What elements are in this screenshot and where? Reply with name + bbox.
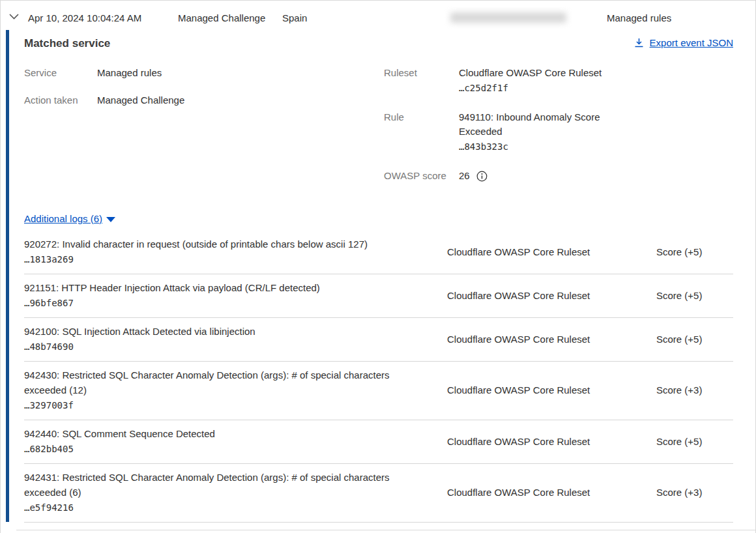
field-label: OWASP score — [384, 169, 459, 183]
log-row: 921151: HTTP Header Injection Attack via… — [24, 274, 733, 318]
event-country: Spain — [282, 12, 307, 23]
event-service: Managed rules — [607, 12, 671, 23]
ruleset-id: …c25d2f1f — [459, 80, 615, 96]
field-action-taken: Action taken Managed Challenge — [24, 93, 384, 108]
log-description: 942430: Restricted SQL Character Anomaly… — [24, 367, 425, 397]
log-score: Score (+5) — [656, 289, 733, 303]
field-label: Action taken — [24, 93, 97, 108]
log-score: Score (+3) — [656, 383, 733, 397]
info-icon[interactable] — [476, 171, 487, 182]
owasp-score-value: 26 — [459, 169, 470, 183]
rule-name: 949110: Inbound Anomaly Score Exceeded — [459, 110, 615, 139]
additional-logs-table: 920272: Invalid character in request (ou… — [24, 231, 733, 523]
export-event-json-link[interactable]: Export event JSON — [634, 37, 733, 48]
export-link-label: Export event JSON — [650, 37, 733, 48]
additional-logs-toggle[interactable]: Additional logs (6) — [24, 213, 115, 224]
log-rule-id: …682bb405 — [24, 441, 447, 457]
log-score: Score (+5) — [656, 245, 733, 259]
log-description: 942431: Restricted SQL Character Anomaly… — [24, 470, 425, 500]
additional-logs-label: Additional logs (6) — [24, 213, 102, 224]
field-rule: Rule 949110: Inbound Anomaly Score Excee… — [384, 110, 733, 154]
field-owasp-score: OWASP score 26 — [384, 169, 733, 183]
log-description: 942100: SQL Injection Attack Detected vi… — [24, 324, 425, 339]
fields-left-column: Service Managed rules Action taken Manag… — [24, 66, 384, 197]
event-action: Managed Challenge — [178, 12, 265, 23]
log-score: Score (+3) — [656, 485, 733, 500]
ruleset-name: Cloudflare OWASP Core Ruleset — [459, 66, 615, 80]
chevron-down-icon[interactable] — [9, 14, 19, 20]
log-description: 942440: SQL Comment Sequence Detected — [24, 426, 425, 441]
log-description: 920272: Invalid character in request (ou… — [24, 237, 425, 252]
redacted-value — [450, 12, 566, 23]
log-rule-id: …e5f94216 — [24, 500, 447, 515]
firewall-event-detail-panel: Apr 10, 2024 10:04:24 AM Managed Challen… — [0, 0, 756, 533]
field-ruleset: Ruleset Cloudflare OWASP Core Ruleset …c… — [384, 66, 733, 96]
log-description: 921151: HTTP Header Injection Attack via… — [24, 280, 425, 295]
log-ruleset: Cloudflare OWASP Core Ruleset — [447, 245, 656, 259]
log-rule-id: …48b74690 — [24, 339, 447, 354]
log-row: 942430: Restricted SQL Character Anomaly… — [24, 362, 733, 420]
event-detail-content: Matched service Export event JSON Servic… — [24, 30, 733, 523]
log-score: Score (+5) — [656, 435, 733, 449]
log-ruleset: Cloudflare OWASP Core Ruleset — [447, 435, 656, 449]
matched-service-title: Matched service — [24, 37, 110, 50]
expanded-row-accent-bar — [6, 30, 9, 522]
log-ruleset: Cloudflare OWASP Core Ruleset — [447, 383, 656, 397]
field-value: Managed Challenge — [97, 93, 184, 108]
log-ruleset: Cloudflare OWASP Core Ruleset — [447, 485, 656, 500]
log-rule-id: …1813a269 — [24, 252, 447, 267]
fields-right-column: Ruleset Cloudflare OWASP Core Ruleset …c… — [384, 66, 733, 197]
log-row: 920272: Invalid character in request (ou… — [24, 231, 733, 274]
log-row: 942440: SQL Comment Sequence Detected …6… — [24, 420, 733, 464]
next-row-boundary-line — [16, 530, 755, 530]
event-row-header[interactable]: Apr 10, 2024 10:04:24 AM Managed Challen… — [1, 1, 755, 30]
log-rule-id: …3297003f — [24, 397, 447, 413]
caret-down-icon — [106, 217, 115, 222]
log-row: 942100: SQL Injection Attack Detected vi… — [24, 318, 733, 362]
field-value: Managed rules — [97, 66, 162, 80]
download-icon — [634, 38, 644, 48]
field-label: Rule — [384, 110, 459, 124]
event-timestamp: Apr 10, 2024 10:04:24 AM — [28, 12, 141, 23]
log-rule-id: …96bfe867 — [24, 295, 447, 311]
rule-id: …843b323c — [459, 139, 615, 154]
field-label: Ruleset — [384, 66, 459, 80]
log-row: 942431: Restricted SQL Character Anomaly… — [24, 464, 733, 523]
log-score: Score (+5) — [656, 332, 733, 347]
log-ruleset: Cloudflare OWASP Core Ruleset — [447, 332, 656, 347]
log-ruleset: Cloudflare OWASP Core Ruleset — [447, 289, 656, 303]
field-service: Service Managed rules — [24, 66, 384, 80]
field-label: Service — [24, 66, 97, 80]
